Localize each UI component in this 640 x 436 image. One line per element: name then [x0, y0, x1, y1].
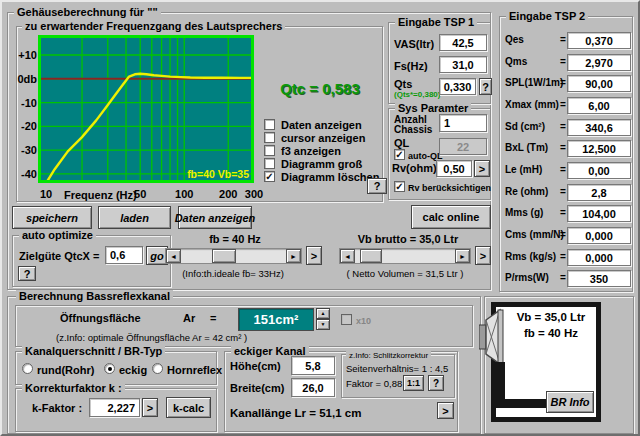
tsp2-row-input[interactable] [567, 97, 631, 114]
kanallaenge-text: Kanallänge Lr = 51,1 cm [230, 407, 361, 419]
hornreflex-label: Hornreflex [167, 364, 222, 376]
tsp2-row-equals: = [560, 251, 566, 263]
breite-input[interactable] [291, 378, 335, 397]
chart-help-button[interactable]: ? [367, 178, 387, 194]
auto-ql-checkbox[interactable]: ✓ [394, 149, 405, 160]
vas-input[interactable] [439, 34, 487, 51]
tsp2-row-input[interactable] [567, 75, 631, 92]
eckig-label: eckig [119, 364, 147, 376]
ar-spinner[interactable]: ▲ ▼ [316, 308, 330, 330]
vb-slider-right-arrow[interactable]: ► [455, 249, 470, 263]
f3-anzeigen-checkbox[interactable] [264, 145, 275, 156]
breite-label: Breite(cm) [230, 382, 284, 394]
fs-input[interactable] [439, 56, 487, 73]
br-info-button[interactable]: BR Info [546, 391, 594, 413]
fb-step-button[interactable]: > [306, 246, 322, 265]
fb-slider-label: fb = 40 Hz [165, 233, 305, 245]
tsp2-row-label: Rms (kg/s) [505, 251, 556, 263]
tsp2-row-input[interactable] [567, 270, 631, 287]
tsp2-row-input[interactable] [567, 32, 631, 49]
rv-label: Rv(ohm) [392, 162, 437, 174]
speaker-driver-icon [479, 308, 505, 366]
k-step-button[interactable]: > [142, 398, 158, 417]
tsp2-row: Rms (kg/s)= [505, 249, 631, 267]
rv-input[interactable] [436, 160, 472, 177]
y-tick-label: +10 [18, 49, 37, 61]
ratio-1-1-button[interactable]: 1:1 [403, 375, 424, 391]
tsp2-row-equals: = [560, 56, 566, 68]
y-tick-label: -20 [21, 120, 37, 132]
auto-optimize-help-button[interactable]: ? [18, 266, 36, 281]
rv-step-button[interactable]: > [474, 160, 490, 177]
spinner-up-icon[interactable]: ▲ [316, 308, 330, 319]
tsp2-row-input[interactable] [567, 140, 631, 157]
qts-help-button[interactable]: ? [479, 78, 492, 95]
diagramm-gross-checkbox[interactable] [264, 158, 275, 169]
tsp2-row-label: P/rms(W) [505, 272, 549, 284]
anzahl-chassis-input[interactable] [439, 114, 487, 132]
rv-beruecksichtigen-checkbox[interactable]: ✓ [394, 181, 405, 192]
chart-x-axis-label: Frequenz (Hz) [64, 189, 137, 201]
tsp2-row-label: Sd (cm²) [505, 121, 545, 133]
fb-slider-right-arrow[interactable]: ► [286, 249, 301, 263]
tsp2-row-input[interactable] [567, 205, 631, 222]
vb-slider-thumb[interactable] [360, 249, 382, 263]
k-faktor-input[interactable] [89, 398, 140, 417]
zielguete-input[interactable] [105, 246, 143, 264]
load-button[interactable]: laden [98, 206, 171, 229]
ql-label: QL [394, 137, 409, 149]
spinner-down-icon[interactable]: ▼ [316, 319, 330, 330]
tsp2-row-input[interactable] [567, 54, 631, 71]
tsp2-row: Cms (mm/N)= [505, 227, 631, 245]
arrow-right-icon: ► [459, 253, 466, 260]
tsp2-row-input[interactable] [567, 119, 631, 136]
rund-radio[interactable] [22, 363, 33, 374]
frequency-group-title: zu erwartender Frequenzgang des Lautspre… [22, 20, 285, 33]
tsp2-row-input[interactable] [567, 162, 631, 179]
vb-step-button[interactable]: > [475, 246, 491, 265]
fb-slider[interactable]: ◄ ► [165, 248, 302, 264]
diagramm-loeschen-checkbox[interactable]: ✓ [264, 171, 275, 182]
tsp2-row-input[interactable] [567, 227, 631, 244]
calc-online-button[interactable]: calc online [411, 205, 491, 229]
kanallaenge-step-button[interactable]: > [437, 402, 454, 419]
hornreflex-radio[interactable] [152, 363, 163, 374]
vb-slider-left-arrow[interactable]: ◄ [340, 249, 355, 263]
tsp2-row-equals: = [560, 186, 566, 198]
save-button[interactable]: speichern [12, 206, 92, 229]
tsp2-row: Sd (cm²)= [505, 119, 631, 137]
show-data-button[interactable]: Daten anzeigen [178, 206, 252, 229]
main-group-title: Gehäuseberechnung für "" [14, 6, 161, 19]
tsp2-row-input[interactable] [567, 249, 631, 266]
tsp2-row: P/rms(W)= [505, 270, 631, 288]
vb-slider-label: Vb brutto = 35,0 Ltr [335, 233, 481, 245]
x-tick-label: 10 [40, 188, 52, 200]
tsp2-row-equals: = [560, 207, 566, 219]
hoehe-input[interactable] [291, 356, 335, 375]
eckig-radio[interactable] [104, 363, 115, 374]
box-vb-text: Vb = 35,0 Ltr [508, 311, 594, 323]
fb-slider-thumb[interactable] [212, 249, 236, 263]
fb-slider-left-arrow[interactable]: ◄ [166, 249, 181, 263]
daten-anzeigen-checkbox[interactable] [264, 119, 275, 130]
qts-input[interactable] [439, 78, 476, 95]
k-calc-button[interactable]: k-calc [166, 397, 211, 418]
ar-equals: = [210, 312, 216, 324]
daten-anzeigen-label: Daten anzeigen [281, 119, 362, 131]
tsp2-row-equals: = [560, 121, 566, 133]
oeffnungsflaeche-info: (z.Info: optimale Öffnungsfläche Ar = 42… [56, 332, 247, 344]
tsp2-row-equals: = [560, 99, 566, 111]
zielguete-label: Zielgüte QtcX = [19, 250, 99, 262]
vb-slider[interactable]: ◄ ► [339, 248, 471, 264]
tsp2-row-equals: = [560, 229, 566, 241]
box-fb-text: fb = 40 Hz [508, 327, 594, 339]
y-tick-label: -40 [21, 168, 37, 180]
tsp2-row-equals: = [560, 142, 566, 154]
x10-checkbox [341, 314, 352, 325]
tsp2-row-label: Xmax (mm) [505, 99, 559, 111]
x-tick-label: 100 [175, 188, 193, 200]
schlitz-help-button[interactable]: ? [428, 375, 444, 391]
schlitzkorrektur-title: z.Info: Schlitzkorrektur [346, 349, 431, 362]
tsp2-row-input[interactable] [567, 184, 631, 201]
cursor-anzeigen-checkbox[interactable] [264, 132, 275, 143]
